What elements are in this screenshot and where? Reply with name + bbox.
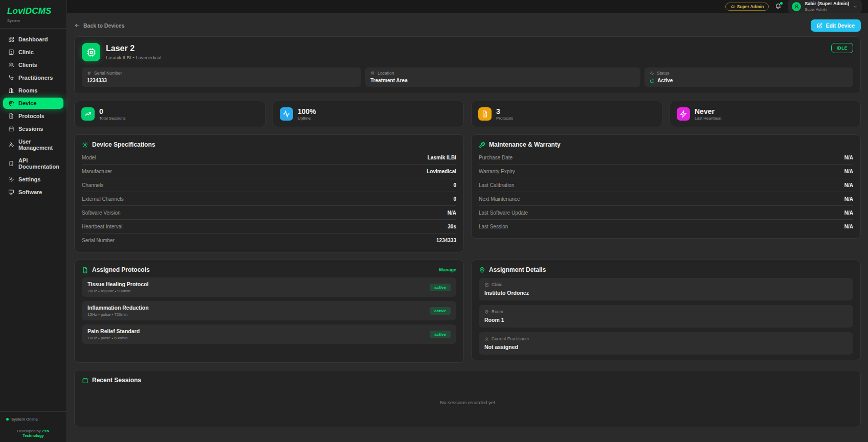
device-state-badge: IDLE xyxy=(831,43,853,53)
edit-device-button[interactable]: Edit Device xyxy=(811,19,861,32)
back-link-label: Back to Devices xyxy=(83,22,125,29)
sidebar-item-label: Settings xyxy=(18,176,40,182)
sidebar-item-label: Sessions xyxy=(18,126,43,132)
protocol-row[interactable]: Tissue Healing Protocol 20Hz • regular •… xyxy=(82,277,456,297)
maintenance-warranty-panel: Maintenance & Warranty Purchase DateN/A … xyxy=(471,134,861,239)
wrench-icon xyxy=(479,142,485,148)
sessions-icon xyxy=(8,126,14,132)
assignment-clinic-value: Instituto Ordonez xyxy=(484,290,848,296)
assignment-details-panel: Assignment Details Clinic Instituto Ordo… xyxy=(471,260,861,360)
sidebar-item-label: Protocols xyxy=(18,113,44,119)
panel-title: Device Specifications xyxy=(82,141,456,148)
stat-value: Never xyxy=(695,107,721,115)
chevron-down-icon xyxy=(853,4,858,9)
topbar: Super Admin Sabir (Super Admin) Super Ad… xyxy=(67,0,868,13)
device-head: Laser 2 Lasmik ILBI • Lovimedical IDLE xyxy=(82,43,853,61)
protocol-row[interactable]: Inflammation Reduction 15Hz • pulse • 72… xyxy=(82,301,456,320)
user-role: Super Admin xyxy=(805,7,849,12)
sessions-empty-message: No sessions recorded yet xyxy=(82,386,853,421)
sidebar-item-settings[interactable]: Settings xyxy=(3,174,63,185)
assignment-label: Current Practitioner xyxy=(492,336,529,341)
notifications-button[interactable] xyxy=(775,3,782,10)
assignment-room-box: Room Room 1 xyxy=(479,305,853,328)
protocol-meta: 10Hz • pulse • 600min xyxy=(87,336,140,340)
assignment-label: Room xyxy=(492,309,503,314)
panel-title-label: Assignment Details xyxy=(489,266,546,273)
spec-row: Heartbeat Interval30s xyxy=(82,220,456,234)
protocol-meta: 15Hz • pulse • 720min xyxy=(87,312,149,317)
map-pin-icon xyxy=(484,310,489,314)
map-pin-icon xyxy=(479,267,485,273)
assigned-protocols-panel: Assigned Protocols Manage Tissue Healing… xyxy=(74,260,464,363)
stat-uptime: 100% Uptime xyxy=(273,101,464,127)
sidebar-item-dashboard[interactable]: Dashboard xyxy=(3,34,63,45)
dashboard-icon xyxy=(8,36,14,42)
protocol-meta: 20Hz • regular • 900min xyxy=(87,289,148,293)
file-text-icon xyxy=(82,267,88,273)
protocol-name: Pain Relief Standard xyxy=(87,328,140,334)
sidebar-item-sessions[interactable]: Sessions xyxy=(3,123,63,134)
device-subtitle: Lasmik ILBI • Lovimedical xyxy=(106,55,161,60)
sidebar-item-protocols[interactable]: Protocols xyxy=(3,110,63,122)
stat-label: Total Sessions xyxy=(99,116,126,121)
sidebar: LoviDCMS System Dashboard Clinic Clients… xyxy=(0,0,67,442)
logo-box: LoviDCMS System xyxy=(0,0,66,29)
user-icon xyxy=(484,337,489,341)
sidebar-item-user-management[interactable]: User Management xyxy=(3,136,63,153)
app-tagline: System xyxy=(7,18,59,23)
info-label: Serial Number xyxy=(94,71,122,76)
back-to-devices-link[interactable]: Back to Devices xyxy=(74,22,125,29)
sidebar-item-clinic[interactable]: Clinic xyxy=(3,46,63,58)
stat-label: Last Heartbeat xyxy=(695,116,721,121)
developer-credit: Developed by ZYN Technology xyxy=(6,429,60,438)
file-text-icon xyxy=(478,107,492,121)
specs-maintenance-grid: Device Specifications ModelLasmik ILBI M… xyxy=(74,134,861,252)
assignment-room-value: Room 1 xyxy=(484,317,848,323)
protocol-status-badge: active xyxy=(430,331,451,338)
serial-number-box: Serial Number 1234333 xyxy=(82,67,361,87)
assignment-label: Clinic xyxy=(492,282,502,287)
chip-icon xyxy=(82,43,100,61)
manage-protocols-link[interactable]: Manage xyxy=(439,267,456,272)
stats-row: 0 Total Sessions 100% Uptime xyxy=(74,101,861,127)
activity-icon xyxy=(650,71,654,76)
device-icon xyxy=(8,100,14,106)
user-menu[interactable]: Sabir (Super Admin) Super Admin xyxy=(788,0,862,13)
sidebar-item-practitioners[interactable]: Practitioners xyxy=(3,72,63,83)
arrow-left-icon xyxy=(74,22,80,29)
settings-icon xyxy=(8,176,14,182)
sidebar-item-label: User Management xyxy=(18,138,58,151)
maintenance-row: Last Software UpdateN/A xyxy=(479,206,853,220)
stat-value: 3 xyxy=(496,107,513,115)
stat-label: Uptime xyxy=(298,116,316,121)
role-badge-label: Super Admin xyxy=(737,4,764,9)
sidebar-item-rooms[interactable]: Rooms xyxy=(3,85,63,96)
sidebar-item-software[interactable]: Software xyxy=(3,187,63,198)
spec-row: Channels0 xyxy=(82,178,456,192)
sidebar-item-label: Device xyxy=(18,100,36,106)
device-identity: Laser 2 Lasmik ILBI • Lovimedical xyxy=(82,43,161,61)
notification-dot xyxy=(780,2,783,5)
spec-row: ModelLasmik ILBI xyxy=(82,151,456,165)
system-status-label: System Online xyxy=(11,417,38,422)
spec-row: External Channels0 xyxy=(82,192,456,206)
system-status: System Online xyxy=(6,417,60,422)
location-value: Treatment Area xyxy=(370,78,635,83)
sidebar-item-device[interactable]: Device xyxy=(3,98,63,109)
online-dot-icon xyxy=(6,418,9,421)
assignment-practitioner-box: Current Practitioner Not assigned xyxy=(479,332,853,355)
sidebar-item-api-documentation[interactable]: API Documentation xyxy=(3,155,63,172)
protocol-row[interactable]: Pain Relief Standard 10Hz • pulse • 600m… xyxy=(82,324,456,344)
sidebar-item-clients[interactable]: Clients xyxy=(3,59,63,71)
protocol-status-badge: active xyxy=(430,284,451,291)
panel-title-label: Recent Sessions xyxy=(92,377,141,384)
app-logo: LoviDCMS xyxy=(7,6,59,16)
calendar-icon xyxy=(82,377,88,384)
panel-title-label: Assigned Protocols xyxy=(92,266,150,273)
clinic-icon xyxy=(8,49,14,55)
status-value: Active xyxy=(650,78,848,83)
spec-row: Serial Number1234333 xyxy=(82,234,456,247)
api-documentation-icon xyxy=(8,160,14,167)
developed-by-label: Developed by xyxy=(17,429,41,433)
device-name: Laser 2 xyxy=(106,44,161,53)
